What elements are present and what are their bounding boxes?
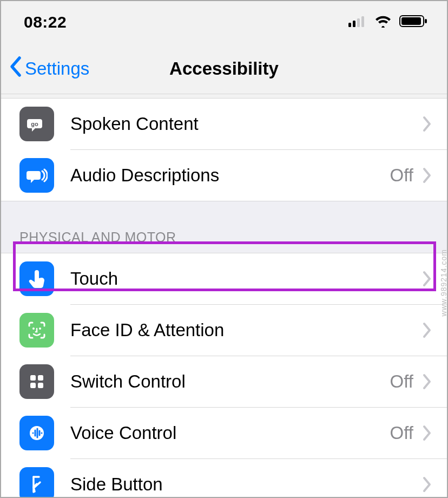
chevron-right-icon: [422, 322, 432, 338]
voice-control-icon: [19, 416, 54, 450]
svg-rect-13: [38, 383, 43, 388]
row-side-button[interactable]: Side Button: [1, 459, 447, 498]
side-button-icon: [19, 467, 54, 498]
nav-bar: Settings Accessibility: [1, 43, 447, 94]
row-label: Side Button: [54, 474, 422, 495]
svg-rect-2: [357, 18, 360, 27]
svg-point-9: [39, 327, 41, 330]
battery-icon: [399, 15, 427, 30]
row-value: Off: [390, 371, 413, 392]
row-value: Off: [390, 165, 413, 186]
section-header-physical-motor: PHYSICAL AND MOTOR: [1, 201, 447, 253]
back-button[interactable]: Settings: [1, 56, 89, 82]
touch-icon: [19, 261, 54, 296]
row-label: Audio Descriptions: [54, 165, 390, 186]
watermark: www.989214.com: [439, 249, 448, 317]
status-icons: [348, 15, 427, 30]
svg-text:go: go: [31, 121, 38, 127]
row-voice-control[interactable]: Voice Control Off: [1, 408, 447, 458]
svg-point-8: [32, 327, 35, 330]
svg-rect-6: [425, 19, 427, 23]
row-label: Voice Control: [54, 423, 390, 443]
svg-rect-12: [30, 383, 36, 388]
chevron-right-icon: [422, 476, 432, 493]
row-audio-descriptions[interactable]: Audio Descriptions Off: [1, 150, 447, 201]
svg-rect-5: [401, 17, 421, 25]
status-time: 08:22: [24, 13, 67, 31]
chevron-right-icon: [422, 167, 432, 184]
row-value: Off: [390, 423, 413, 443]
cellular-signal-icon: [348, 15, 367, 29]
row-switch-control[interactable]: Switch Control Off: [1, 356, 447, 407]
chevron-right-icon: [422, 116, 432, 132]
svg-rect-10: [30, 375, 36, 381]
chevron-left-icon: [9, 56, 23, 82]
spoken-content-icon: go: [19, 107, 54, 141]
row-label: Spoken Content: [54, 114, 422, 134]
svg-rect-0: [348, 23, 351, 27]
chevron-right-icon: [422, 374, 432, 390]
row-spoken-content[interactable]: go Spoken Content: [1, 99, 447, 149]
svg-rect-11: [38, 375, 43, 381]
row-touch[interactable]: Touch: [1, 253, 447, 304]
audio-descriptions-icon: [19, 158, 54, 193]
row-face-id-attention[interactable]: Face ID & Attention: [1, 305, 447, 356]
svg-rect-3: [361, 16, 364, 27]
chevron-right-icon: [422, 271, 432, 287]
row-label: Touch: [54, 268, 422, 289]
row-label: Switch Control: [54, 371, 390, 392]
switch-control-icon: [19, 364, 54, 399]
svg-rect-1: [353, 21, 355, 27]
row-label: Face ID & Attention: [54, 320, 422, 340]
back-label: Settings: [25, 58, 89, 79]
section-spacer: [1, 94, 447, 99]
chevron-right-icon: [422, 425, 432, 441]
wifi-icon: [374, 15, 392, 30]
face-id-icon: [19, 313, 54, 348]
status-bar: 08:22: [1, 1, 447, 43]
